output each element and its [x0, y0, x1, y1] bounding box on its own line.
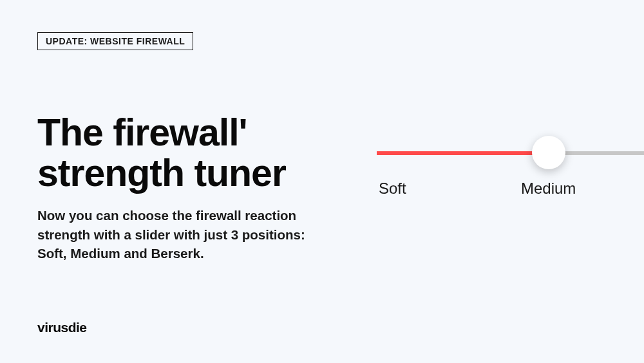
- slider-label-medium: Medium: [521, 180, 576, 198]
- slider-track: [377, 151, 644, 155]
- slider-handle[interactable]: [532, 136, 565, 169]
- brand-logo: virusdie: [37, 320, 87, 335]
- slider-track-active: [377, 151, 547, 155]
- slider-label-soft: Soft: [379, 180, 406, 198]
- update-badge: UPDATE: WEBSITE FIREWALL: [37, 32, 193, 50]
- page-title: The firewall'strength tuner: [37, 113, 286, 194]
- description-text: Now you can choose the firewall reaction…: [37, 206, 314, 263]
- firewall-strength-slider[interactable]: Soft Medium: [377, 151, 644, 155]
